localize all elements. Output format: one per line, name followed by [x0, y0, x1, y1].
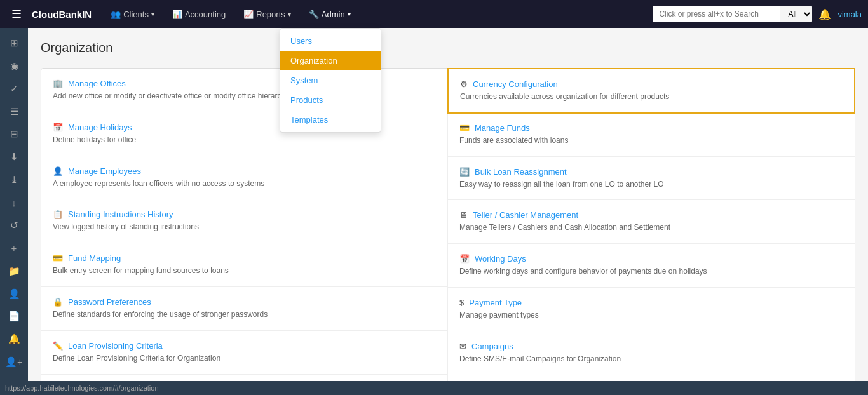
grid-item-bulk-loan[interactable]: 🔄Bulk Loan ReassignmentEasy way to reass… — [448, 157, 855, 201]
grid-item-teller-cashier[interactable]: 🖥Teller / Cashier ManagementManage Telle… — [448, 200, 855, 244]
adduser-icon[interactable]: 👤+ — [3, 352, 25, 372]
grid-item-desc-fund-mapping: Bulk entry screen for mapping fund sourc… — [53, 265, 436, 276]
grid-item-manage-holidays[interactable]: 📅Manage HolidaysDefine holidays for offi… — [41, 112, 448, 156]
main-content: Organization 🏢Manage OfficesAdd new offi… — [28, 28, 868, 395]
grid-item-label-bulk-loan: Bulk Loan Reassignment — [475, 167, 567, 177]
grid-item-title-campaigns: ✉Campaigns — [459, 342, 843, 351]
grid-item-icon-manage-offices: 🏢 — [53, 79, 63, 88]
grid-item-desc-manage-holidays: Define holidays for office — [53, 135, 436, 145]
nav-item-admin[interactable]: 🔧Admin▾ — [301, 6, 358, 23]
dropdown-item-organization[interactable]: Organization — [280, 51, 381, 70]
grid-item-label-manage-funds: Manage Funds — [475, 123, 530, 133]
grid-item-desc-manage-funds: Funds are associated with loans — [459, 135, 843, 146]
dropdown-item-system[interactable]: System — [280, 70, 381, 90]
grid-item-campaigns[interactable]: ✉CampaignsDefine SMS/E-mail Campaigns fo… — [448, 331, 855, 375]
grid-item-label-working-days: Working Days — [475, 254, 526, 264]
grid-item-working-days[interactable]: 📅Working DaysDefine working days and con… — [448, 244, 855, 288]
nav-menu: 👥Clients▾📊Accounting📈Reports▾🔧Admin▾ — [103, 6, 648, 23]
search-input[interactable] — [653, 6, 780, 22]
status-url: https://app.habiletechnologies.com/#/org… — [5, 384, 159, 392]
grid-item-desc-password-preferences: Define standards for enforcing the usage… — [53, 309, 436, 320]
grid-item-desc-teller-cashier: Manage Tellers / Cashiers and Cash Alloc… — [459, 222, 843, 233]
grid-item-title-standing-instructions: 📋Standing Instructions History — [53, 210, 436, 219]
grid-icon[interactable]: ⊟ — [3, 124, 25, 145]
refresh-icon[interactable]: ↺ — [3, 215, 25, 236]
dropdown-item-users[interactable]: Users — [280, 31, 381, 51]
plus-icon[interactable]: + — [3, 238, 25, 258]
search-box: All — [653, 6, 812, 22]
grid-item-manage-funds[interactable]: 💳Manage FundsFunds are associated with l… — [448, 113, 855, 157]
bell-icon[interactable]: 🔔 — [3, 329, 25, 349]
grid-item-label-campaigns: Campaigns — [471, 342, 513, 351]
grid-item-icon-password-preferences: 🔒 — [53, 297, 63, 307]
search-type-select[interactable]: All — [780, 6, 812, 22]
grid-item-password-preferences[interactable]: 🔒Password PreferencesDefine standards fo… — [41, 287, 448, 331]
grid-item-title-teller-cashier: 🖥Teller / Cashier Management — [459, 210, 843, 220]
grid-item-payment-type[interactable]: $Payment TypeManage payment types — [448, 288, 855, 331]
admin-dropdown-menu: UsersOrganizationSystemProductsTemplates — [280, 28, 381, 133]
status-bar: https://app.habiletechnologies.com/#/org… — [0, 381, 868, 395]
grid-item-label-fund-mapping: Fund Mapping — [68, 253, 121, 263]
nav-clients-label: Clients — [123, 10, 149, 19]
brand-logo[interactable]: CloudBankIN — [32, 9, 92, 20]
check-icon[interactable]: ✓ — [3, 79, 25, 99]
grid-item-title-manage-employees: 👤Manage Employees — [53, 166, 436, 176]
grid-item-icon-standing-instructions: 📋 — [53, 210, 63, 219]
person-icon[interactable]: 👤 — [3, 284, 25, 304]
notification-bell-icon[interactable]: 🔔 — [818, 8, 831, 20]
grid-item-icon-manage-employees: 👤 — [53, 166, 63, 176]
grid-item-icon-working-days: 📅 — [459, 254, 470, 264]
list-icon[interactable]: ☰ — [3, 102, 25, 122]
grid-item-manage-offices[interactable]: 🏢Manage OfficesAdd new office or modify … — [41, 69, 448, 112]
nav-reports-label: Reports — [256, 10, 285, 19]
grid-item-title-password-preferences: 🔒Password Preferences — [53, 297, 436, 307]
grid-item-manage-employees[interactable]: 👤Manage EmployeesA employee represents l… — [41, 156, 448, 200]
grid-item-desc-working-days: Define working days and configure behavi… — [459, 266, 843, 277]
download2-icon[interactable]: ⤓ — [3, 170, 25, 190]
grid-item-label-manage-offices: Manage Offices — [68, 79, 126, 88]
grid-item-desc-loan-provisioning: Define Loan Provisioning Criteria for Or… — [53, 353, 436, 364]
grid-item-desc-currency-config: Currencies available across organization… — [460, 91, 843, 102]
grid-item-title-working-days: 📅Working Days — [459, 254, 843, 264]
nav-item-accounting[interactable]: 📊Accounting — [165, 6, 233, 23]
grid-item-icon-bulk-loan: 🔄 — [459, 167, 470, 177]
grid-item-desc-payment-type: Manage payment types — [459, 310, 843, 321]
grid-item-fund-mapping[interactable]: 💳Fund MappingBulk entry screen for mappi… — [41, 243, 448, 287]
nav-admin-arrow-icon: ▾ — [348, 11, 351, 18]
grid-item-currency-config[interactable]: ⚙Currency ConfigurationCurrencies availa… — [447, 68, 855, 114]
nav-reports-arrow-icon: ▾ — [288, 11, 291, 18]
grid-item-icon-loan-provisioning: ✏️ — [53, 341, 63, 351]
file-icon[interactable]: 📄 — [3, 307, 25, 327]
nav-admin-icon: 🔧 — [309, 10, 319, 19]
username-label[interactable]: vimala — [837, 10, 862, 19]
nav-accounting-label: Accounting — [185, 10, 226, 19]
grid-item-title-payment-type: $Payment Type — [459, 298, 843, 307]
home-icon[interactable]: ⊞ — [3, 33, 25, 53]
nav-item-clients[interactable]: 👥Clients▾ — [103, 6, 162, 23]
download-icon[interactable]: ⬇ — [3, 147, 25, 167]
grid-item-label-manage-holidays: Manage Holidays — [68, 123, 132, 132]
download3-icon[interactable]: ↓ — [3, 192, 25, 213]
nav-item-reports[interactable]: 📈Reports▾ — [236, 6, 299, 23]
hamburger-icon[interactable]: ☰ — [6, 4, 27, 23]
page-title: Organization — [41, 41, 855, 55]
grid-item-icon-payment-type: $ — [459, 298, 464, 307]
grid-item-title-loan-provisioning: ✏️Loan Provisioning Criteria — [53, 341, 436, 351]
grid-item-icon-campaigns: ✉ — [459, 342, 466, 351]
sidebar: ⊞◉✓☰⊟⬇⤓↓↺+📁👤📄🔔👤+👥+ — [0, 28, 28, 395]
grid-item-standing-instructions[interactable]: 📋Standing Instructions HistoryView logge… — [41, 199, 448, 243]
dropdown-item-products[interactable]: Products — [280, 90, 381, 110]
nav-accounting-icon: 📊 — [172, 10, 182, 19]
eye-icon[interactable]: ◉ — [3, 56, 25, 76]
dropdown-item-templates[interactable]: Templates — [280, 110, 381, 130]
grid-item-loan-provisioning[interactable]: ✏️Loan Provisioning CriteriaDefine Loan … — [41, 331, 448, 375]
nav-clients-arrow-icon: ▾ — [151, 11, 154, 18]
grid-item-title-fund-mapping: 💳Fund Mapping — [53, 253, 436, 263]
right-column: ⚙Currency ConfigurationCurrencies availa… — [448, 69, 855, 395]
grid-item-title-bulk-loan: 🔄Bulk Loan Reassignment — [459, 167, 843, 177]
folder-icon[interactable]: 📁 — [3, 261, 25, 281]
org-grid: 🏢Manage OfficesAdd new office or modify … — [41, 68, 855, 395]
grid-item-label-loan-provisioning: Loan Provisioning Criteria — [68, 341, 163, 351]
nav-reports-icon: 📈 — [243, 10, 254, 19]
grid-item-label-currency-config: Currency Configuration — [473, 79, 558, 89]
